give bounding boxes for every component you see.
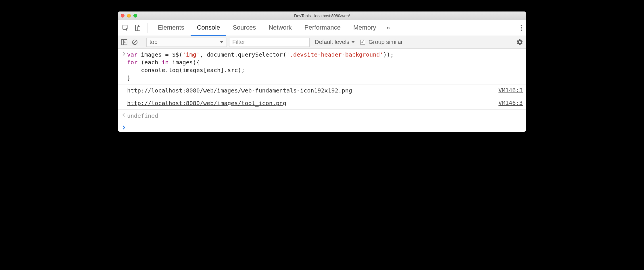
console-log-message[interactable]: http://localhost:8080/web/images/web-fun…	[127, 87, 499, 95]
device-toolbar-icon[interactable]	[134, 24, 141, 32]
execution-context-selector[interactable]: top	[146, 38, 227, 47]
window-zoom-button[interactable]	[133, 14, 137, 18]
svg-point-11	[124, 115, 125, 115]
console-log-message[interactable]: http://localhost:8080/web/images/tool_ic…	[127, 99, 499, 107]
input-chevron-icon	[121, 51, 127, 56]
console-input-row[interactable]: var images = $$('img', document.querySel…	[118, 49, 526, 84]
svg-rect-7	[121, 40, 127, 45]
console-source-link[interactable]: VM146:3	[499, 87, 523, 94]
console-return-value: undefined	[127, 112, 523, 120]
console-return-row: undefined	[118, 110, 526, 122]
prompt-chevron-icon	[121, 125, 127, 130]
dropdown-triangle-icon	[351, 41, 355, 44]
svg-point-4	[521, 25, 522, 26]
dropdown-triangle-icon	[220, 41, 224, 44]
inspect-element-icon[interactable]	[122, 24, 129, 32]
return-arrow-icon	[121, 112, 127, 117]
divider	[147, 23, 147, 33]
tabs-overflow-button[interactable]: »	[384, 24, 392, 32]
console-log-row: http://localhost:8080/web/images/tool_ic…	[118, 97, 526, 110]
tab-sources[interactable]: Sources	[226, 20, 262, 36]
kebab-icon	[520, 24, 522, 31]
svg-point-6	[521, 30, 522, 31]
traffic-lights	[121, 14, 137, 18]
devtools-tabs: Elements Console Sources Network Perform…	[152, 20, 382, 36]
tab-memory[interactable]: Memory	[347, 20, 382, 36]
clear-console-icon[interactable]	[132, 39, 138, 45]
divider	[142, 38, 142, 46]
console-input-code: var images = $$('img', document.querySel…	[127, 51, 523, 82]
tab-console[interactable]: Console	[191, 20, 227, 36]
devtools-tabs-row: Elements Console Sources Network Perform…	[118, 20, 526, 36]
context-label: top	[150, 39, 158, 45]
tab-elements[interactable]: Elements	[152, 20, 191, 36]
window-close-button[interactable]	[121, 14, 124, 18]
console-log-row: http://localhost:8080/web/images/web-fun…	[118, 84, 526, 97]
window-title: DevTools - localhost:8080/web/	[118, 14, 526, 18]
console-toolbar: top Default levels Group similar	[118, 36, 526, 49]
group-similar-checkbox[interactable]	[360, 40, 365, 45]
tab-network[interactable]: Network	[262, 20, 298, 36]
svg-rect-2	[138, 27, 140, 31]
window-minimize-button[interactable]	[127, 14, 131, 18]
more-options-button[interactable]	[516, 23, 522, 32]
console-settings-icon[interactable]	[516, 39, 523, 46]
group-similar-label: Group similar	[369, 39, 403, 45]
titlebar: DevTools - localhost:8080/web/	[118, 11, 526, 20]
console-prompt-row[interactable]	[118, 122, 526, 132]
console-filter-input[interactable]	[229, 38, 310, 47]
console-source-link[interactable]: VM146:3	[499, 99, 523, 106]
devtools-window: DevTools - localhost:8080/web/ Elements	[118, 11, 526, 132]
tab-performance[interactable]: Performance	[298, 20, 347, 36]
console-sidebar-toggle-icon[interactable]	[121, 39, 128, 45]
console-body: var images = $$('img', document.querySel…	[118, 49, 526, 132]
log-levels-selector[interactable]: Default levels	[312, 39, 358, 45]
levels-label: Default levels	[315, 39, 349, 45]
svg-line-10	[133, 41, 137, 44]
svg-point-5	[521, 27, 522, 28]
